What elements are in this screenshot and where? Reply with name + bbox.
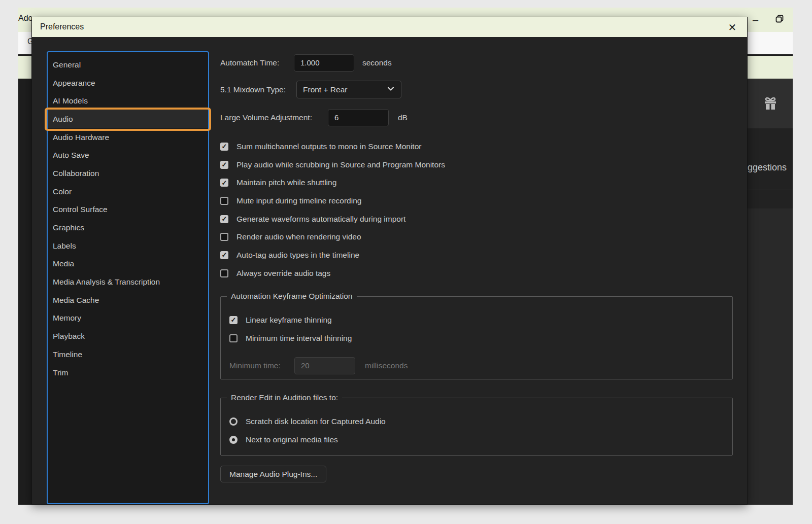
- sidebar-item-memory[interactable]: Memory: [48, 309, 208, 328]
- radio-label: Scratch disk location for Captured Audio: [246, 417, 386, 426]
- mixdown-type-value: Front + Rear: [303, 85, 387, 94]
- checkbox-row-always-override-audio-tags: Always override audio tags: [220, 264, 445, 283]
- sidebar-item-trim[interactable]: Trim: [48, 364, 208, 382]
- checkbox-auto-tag-audio-types-in-the-timeline[interactable]: ✓: [220, 251, 228, 259]
- checkbox-label: Sum multichannel outputs to mono in Sour…: [236, 142, 421, 151]
- automation-group-title: Automation Keyframe Optimization: [227, 292, 357, 301]
- sidebar-item-playback[interactable]: Playback: [48, 327, 208, 345]
- large-volume-input[interactable]: [328, 109, 389, 126]
- panel-divider: [748, 190, 793, 190]
- dialog-title: Preferences: [40, 22, 84, 31]
- manage-audio-plugins-button[interactable]: Manage Audio Plug-Ins...: [220, 466, 326, 482]
- automatch-time-input[interactable]: [294, 54, 354, 72]
- checkbox-label: Play audio while scrubbing in Source and…: [236, 160, 445, 169]
- sidebar-item-media-cache[interactable]: Media Cache: [48, 291, 208, 309]
- radio-row-next-to-original-media-files: Next to original media files: [229, 431, 724, 449]
- sidebar-item-general[interactable]: General: [48, 56, 208, 74]
- checkbox-minimum-time-interval-thinning[interactable]: [229, 334, 238, 342]
- preferences-category-list: GeneralAppearanceAI ModelsAudioAudio Har…: [47, 51, 209, 504]
- sidebar-item-control-surface[interactable]: Control Surface: [48, 201, 208, 219]
- checkbox-label: Generate waveforms automatically during …: [236, 215, 405, 224]
- minimum-time-input: [294, 357, 355, 374]
- checkbox-row-maintain-pitch-while-shuttling: ✓Maintain pitch while shuttling: [220, 173, 445, 192]
- checkbox-label: Maintain pitch while shuttling: [236, 178, 336, 187]
- render-audition-group: Render Edit in Audition files to: Scratc…: [220, 398, 733, 456]
- lower-panel: [748, 208, 793, 505]
- sidebar-item-graphics[interactable]: Graphics: [48, 219, 208, 237]
- restore-icon[interactable]: [775, 15, 784, 25]
- checkbox-play-audio-while-scrubbing-in-source-and-program-monitors[interactable]: ✓: [220, 161, 228, 169]
- close-icon[interactable]: ✕: [725, 20, 740, 35]
- checkbox-linear-keyframe-thinning[interactable]: ✓: [229, 316, 238, 324]
- checkbox-row-generate-waveforms-automatically-during-import: ✓Generate waveforms automatically during…: [220, 210, 445, 228]
- checkbox-label: Always override audio tags: [236, 269, 330, 278]
- minimize-icon[interactable]: –: [753, 15, 758, 25]
- checkbox-row-sum-multichannel-outputs-to-mono-in-source-monitor: ✓Sum multichannel outputs to mono in Sou…: [220, 137, 445, 156]
- sidebar-item-timeline[interactable]: Timeline: [48, 345, 208, 364]
- checkbox-always-override-audio-tags[interactable]: [220, 269, 228, 277]
- sidebar-item-appearance[interactable]: Appearance: [48, 74, 208, 92]
- suggestions-text-fragment: ggestions: [748, 162, 793, 173]
- minimum-time-label: Minimum time:: [229, 361, 294, 370]
- mixdown-type-label: 5.1 Mixdown Type:: [220, 85, 296, 94]
- sidebar-item-labels[interactable]: Labels: [48, 237, 208, 255]
- large-volume-label: Large Volume Adjustment:: [220, 113, 328, 122]
- sidebar-item-ai-models[interactable]: AI Models: [48, 92, 208, 110]
- sidebar-item-media[interactable]: Media: [48, 255, 208, 273]
- large-volume-row: Large Volume Adjustment: dB: [220, 109, 408, 126]
- checkbox-label: Auto-tag audio types in the timeline: [236, 251, 359, 260]
- sidebar-item-audio[interactable]: Audio: [48, 110, 208, 128]
- automatch-time-unit: seconds: [362, 58, 392, 67]
- checkbox-label: Render audio when rendering video: [236, 232, 361, 241]
- checkbox-label: Mute input during timeline recording: [236, 196, 361, 205]
- checkbox-mute-input-during-timeline-recording[interactable]: [220, 197, 228, 205]
- checkbox-render-audio-when-rendering-video[interactable]: [220, 233, 228, 241]
- checkbox-maintain-pitch-while-shuttling[interactable]: ✓: [220, 179, 228, 187]
- automation-keyframe-group: Automation Keyframe Optimization ✓Linear…: [220, 296, 733, 379]
- chevron-down-icon: [387, 85, 395, 95]
- large-volume-unit: dB: [398, 113, 408, 122]
- sidebar-item-auto-save[interactable]: Auto Save: [48, 146, 208, 164]
- preferences-dialog: Preferences ✕ GeneralAppearanceAI Models…: [31, 17, 748, 505]
- radio-scratch-disk-location-for-captured-audio[interactable]: [229, 417, 238, 426]
- checkbox-row-mute-input-during-timeline-recording: Mute input during timeline recording: [220, 192, 445, 210]
- radio-label: Next to original media files: [246, 435, 338, 444]
- sidebar-item-collaboration[interactable]: Collaboration: [48, 164, 208, 183]
- minimum-time-unit: milliseconds: [365, 361, 408, 370]
- dialog-titlebar: Preferences ✕: [32, 17, 747, 37]
- checkbox-row-render-audio-when-rendering-video: Render audio when rendering video: [220, 228, 445, 246]
- checkbox-sum-multichannel-outputs-to-mono-in-source-monitor[interactable]: ✓: [220, 143, 228, 151]
- sidebar-item-audio-hardware[interactable]: Audio Hardware: [48, 128, 208, 147]
- radio-next-to-original-media-files[interactable]: [229, 436, 238, 444]
- mixdown-type-select[interactable]: Front + Rear: [296, 81, 401, 98]
- render-radio-list: Scratch disk location for Captured Audio…: [229, 412, 724, 448]
- checkbox-row-linear-keyframe-thinning: ✓Linear keyframe thinning: [229, 311, 724, 329]
- app-title-fragment: Ado: [18, 14, 31, 23]
- render-group-title: Render Edit in Audition files to:: [227, 393, 342, 402]
- checkbox-row-auto-tag-audio-types-in-the-timeline: ✓Auto-tag audio types in the timeline: [220, 246, 445, 264]
- checkbox-row-play-audio-while-scrubbing-in-source-and-program-monitors: ✓Play audio while scrubbing in Source an…: [220, 156, 445, 174]
- gift-panel: [748, 79, 793, 128]
- checkbox-generate-waveforms-automatically-during-import[interactable]: ✓: [220, 215, 228, 223]
- sidebar-item-color[interactable]: Color: [48, 183, 208, 201]
- checkbox-row-minimum-time-interval-thinning: Minimum time interval thinning: [229, 329, 724, 347]
- minimum-time-row: Minimum time: milliseconds: [229, 357, 724, 374]
- automation-checkbox-list: ✓Linear keyframe thinningMinimum time in…: [229, 311, 724, 347]
- audio-options-list: ✓Sum multichannel outputs to mono in Sou…: [220, 137, 445, 283]
- sidebar-item-media-analysis-transcription[interactable]: Media Analysis & Transcription: [48, 273, 208, 291]
- automatch-time-label: Automatch Time:: [220, 58, 294, 67]
- automatch-time-row: Automatch Time: seconds: [220, 54, 392, 72]
- radio-row-scratch-disk-location-for-captured-audio: Scratch disk location for Captured Audio: [229, 412, 724, 431]
- gift-icon[interactable]: [761, 93, 780, 114]
- checkbox-label: Minimum time interval thinning: [246, 334, 352, 343]
- mixdown-type-row: 5.1 Mixdown Type: Front + Rear: [220, 81, 401, 98]
- checkbox-label: Linear keyframe thinning: [246, 316, 332, 325]
